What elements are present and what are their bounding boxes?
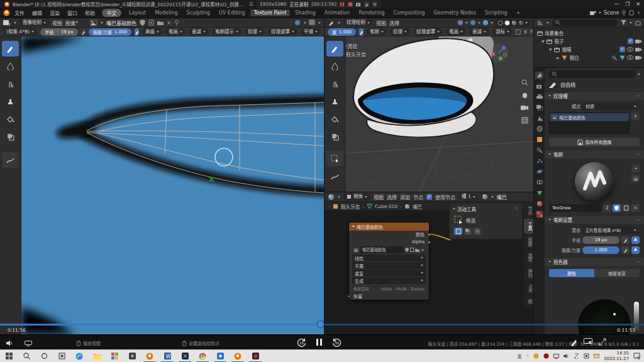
tab-render[interactable] <box>535 82 543 90</box>
menu-edit[interactable]: 编辑 <box>29 9 45 17</box>
vp-strength-pressure-icon[interactable] <box>359 28 364 36</box>
vp-tool-draw[interactable] <box>326 41 343 57</box>
brush-settings-panel-header[interactable]: 笔刷设置┉ <box>545 215 644 224</box>
vp-strength-slider[interactable]: 度1.000 <box>328 28 356 36</box>
props-radius-pressure-icon[interactable] <box>631 236 640 244</box>
props-strength-slider[interactable]: 1.000 <box>582 246 619 254</box>
app-word[interactable]: W <box>158 350 176 362</box>
zoom-icon[interactable] <box>520 78 529 87</box>
node-projection-dropdown[interactable]: 平展 <box>352 262 426 269</box>
add-workspace-button[interactable]: + <box>513 9 525 16</box>
gradient-tab[interactable]: 梯度渐变 <box>594 269 640 277</box>
vp-popover-stroke[interactable]: 笔画 <box>446 28 466 35</box>
shading-solid-icon[interactable] <box>504 20 510 26</box>
image-browse-caret-icon[interactable] <box>101 22 103 24</box>
use-nodes-checkbox[interactable]: ✓ <box>426 194 432 200</box>
brush-display-icon[interactable] <box>470 19 476 26</box>
node-image-browse-icon[interactable] <box>353 248 359 253</box>
side-tab-arrange[interactable]: 排列 <box>524 266 533 281</box>
vp-tool-annotate[interactable] <box>326 168 343 184</box>
color-picker-panel-header[interactable]: 拾色器┉ <box>545 257 644 266</box>
collection-checkbox[interactable]: ✓ <box>619 47 625 52</box>
input-language-indicator[interactable]: 英 <box>517 353 521 359</box>
side-tab-nw[interactable]: NW <box>524 282 533 295</box>
radius-pressure-icon[interactable] <box>81 28 86 36</box>
popover-texture[interactable]: 纹理 <box>245 28 265 35</box>
pause-recording-button[interactable] <box>340 2 345 7</box>
paint-mode-icon[interactable] <box>328 19 335 26</box>
tab-sculpting[interactable]: Sculpting <box>183 9 214 16</box>
breadcrumb-material[interactable]: 嘴巴 <box>413 203 422 210</box>
falloff-icon[interactable] <box>457 19 464 26</box>
new-scene-icon[interactable] <box>629 10 634 16</box>
brush-preview[interactable] <box>575 162 614 201</box>
popover-texture-mask[interactable]: 纹理遮罩 <box>268 28 297 35</box>
image-browse-icon[interactable] <box>90 19 97 26</box>
tab-particles[interactable] <box>535 157 543 165</box>
window-close-button[interactable]: ✕ <box>636 1 640 7</box>
tab-modifiers[interactable] <box>535 146 543 154</box>
node-image-name[interactable]: 嘴巴基础颜色 <box>360 246 404 253</box>
app-chrome[interactable] <box>194 350 211 362</box>
render-camera-icon[interactable] <box>635 55 641 60</box>
outliner-row-shoes[interactable]: ▼ 鞋子 ✓ <box>534 37 644 45</box>
popover-stroke[interactable]: 笔画 <box>165 28 186 35</box>
tab-output[interactable] <box>535 93 543 101</box>
screenshot-icon[interactable] <box>356 2 361 7</box>
menu-render[interactable]: 渲染 <box>47 9 63 17</box>
editor-type-icon[interactable] <box>3 19 11 26</box>
eye-icon[interactable] <box>627 47 633 52</box>
new-collection-icon[interactable] <box>635 20 641 26</box>
slot-mode-dropdown[interactable]: 材质 <box>582 102 640 110</box>
brushes-panel-header[interactable]: 笔刷┉ <box>545 150 644 158</box>
outliner-search-input[interactable] <box>552 19 618 26</box>
tray-expand-chevron[interactable]: ⌃ <box>526 354 529 358</box>
tool-soften[interactable] <box>2 58 19 74</box>
shading-wireframe-icon[interactable] <box>497 20 503 26</box>
strength-pressure-icon[interactable] <box>135 28 139 36</box>
app-photos[interactable] <box>106 350 123 362</box>
tab-world[interactable] <box>535 125 543 133</box>
texture-paint-sphere-icon[interactable] <box>482 19 489 26</box>
strength-slider[interactable]: 强度/力度1.000 <box>89 28 131 36</box>
vp-tool-soften[interactable] <box>326 58 343 74</box>
viewport-mode-dropdown[interactable]: 纹理绘制 <box>343 19 373 26</box>
collection-checkbox[interactable]: ✓ <box>628 38 633 44</box>
new-image-icon[interactable] <box>148 19 154 26</box>
symmetry-x-button[interactable]: X <box>524 28 527 36</box>
menu-help[interactable]: 帮助 <box>82 9 98 17</box>
eye-icon[interactable] <box>627 55 633 60</box>
tray-link-icon[interactable] <box>574 353 579 359</box>
blend-dropdown[interactable]: 正片叠底(相乘 A*B) <box>582 226 640 234</box>
vp-tool-box-select[interactable] <box>326 151 343 167</box>
tab-object-data[interactable] <box>535 189 543 197</box>
paint-mode-dropdown[interactable]: 图像绘制 <box>19 19 49 26</box>
menu-file[interactable]: 文件 <box>11 9 28 17</box>
popover-advanced[interactable]: 高级 <box>142 28 162 35</box>
action-center-icon[interactable]: 5 <box>633 353 640 359</box>
active-tool-title[interactable]: 活动工具 <box>457 206 476 212</box>
tab-layout[interactable]: Layout <box>125 9 150 16</box>
brush-users-count[interactable]: 2 <box>603 204 611 212</box>
fake-user-shield-icon[interactable] <box>140 19 145 26</box>
vp-popover-brush[interactable]: 笔刷 <box>367 28 387 35</box>
select-mode-extend-button[interactable] <box>464 228 472 235</box>
properties-search-input[interactable] <box>548 70 636 78</box>
tool-annotate[interactable] <box>2 152 19 168</box>
app-edge[interactable] <box>70 350 88 362</box>
tab-shading[interactable]: Shading <box>291 9 319 16</box>
scene-caret-icon[interactable] <box>599 12 601 14</box>
recorder-close-icon[interactable]: × <box>372 2 377 7</box>
tray-volume-icon[interactable] <box>564 353 569 359</box>
tool-fill[interactable] <box>2 111 19 127</box>
app-dark-editor[interactable] <box>176 350 194 362</box>
tray-recorder-icon[interactable] <box>543 353 549 359</box>
blender-app-menu-icon[interactable] <box>3 9 10 16</box>
outliner-row-eyewhite[interactable]: ▶ 眼白 <box>534 53 644 62</box>
app-file-explorer[interactable] <box>88 350 106 362</box>
tab-rendering[interactable]: Rendering <box>355 9 389 16</box>
pen-icon[interactable] <box>364 2 369 7</box>
image-texture-node[interactable]: 嘴巴基础颜色 颜色 Alpha 嘴巴基础颜色 × 线性 平展 重复 生成 色彩空… <box>348 222 430 300</box>
breadcrumb-object[interactable]: 鞋头牙齿 <box>341 203 360 210</box>
tool-clone[interactable] <box>2 94 19 109</box>
